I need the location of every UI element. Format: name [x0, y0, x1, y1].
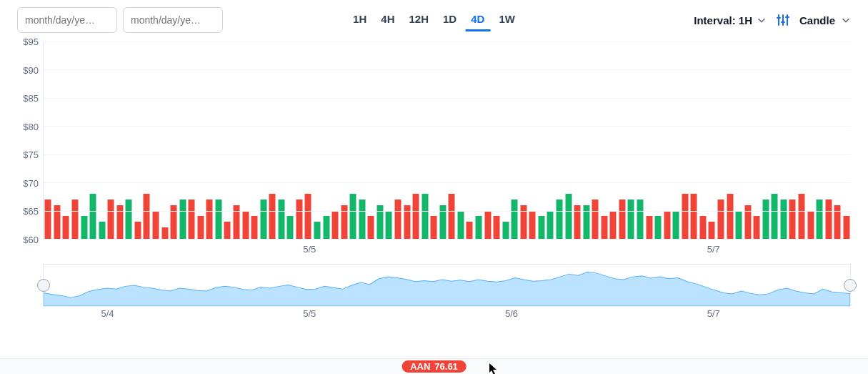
volume-bar: [610, 211, 617, 239]
sliders-icon[interactable]: [777, 14, 789, 26]
chart-plot[interactable]: [43, 41, 851, 240]
volume-bar: [179, 200, 186, 239]
y-tick: $90: [23, 64, 39, 75]
volume-bar: [807, 211, 814, 239]
timeframe-1H[interactable]: 1H: [347, 9, 372, 31]
volume-bar: [449, 194, 455, 239]
volume-bar: [780, 200, 787, 239]
volume-bar: [502, 222, 509, 239]
volume-bar: [81, 216, 87, 239]
timeframe-12H[interactable]: 12H: [403, 9, 434, 31]
interval-label: Interval: 1H: [694, 14, 752, 26]
y-tick: $95: [23, 36, 39, 47]
date-to-input[interactable]: [123, 7, 223, 33]
navigator-handle-right[interactable]: [844, 279, 857, 292]
volume-bar: [727, 194, 733, 239]
navigator-x-tick: 5/7: [707, 308, 720, 319]
volume-bar: [484, 211, 491, 239]
volume-bar: [664, 211, 670, 239]
volume-bar: [350, 194, 356, 239]
y-axis: $95$90$85$80$75$70$65$60: [13, 41, 43, 240]
volume-bar: [592, 200, 599, 239]
y-tick: $70: [23, 177, 39, 188]
interval-select[interactable]: Interval: 1H: [694, 14, 767, 26]
volume-bar: [144, 194, 150, 239]
volume-bar: [134, 222, 141, 239]
volume-bar: [798, 194, 804, 239]
volume-bar: [251, 216, 258, 239]
volume-bar: [772, 194, 778, 239]
volume-bar: [628, 200, 634, 239]
volume-bar: [161, 227, 168, 239]
volume-bar: [538, 216, 544, 239]
volume-bar: [709, 222, 715, 239]
volume-bar: [63, 216, 69, 239]
volume-bar: [673, 211, 679, 239]
timeframe-4D[interactable]: 4D: [465, 9, 490, 31]
volume-bar: [431, 216, 437, 239]
volume-bar: [260, 200, 266, 239]
chevron-down-icon: [841, 15, 851, 25]
volume-bar: [296, 200, 302, 239]
volume-bar: [126, 200, 132, 239]
chevron-down-icon: [757, 15, 767, 25]
ticker-symbol: AAN: [410, 361, 430, 372]
navigator-x-axis: 5/45/55/65/7: [43, 308, 851, 324]
volume-bar: [305, 194, 311, 239]
volume-bar: [601, 216, 607, 239]
volume-bar: [467, 222, 473, 239]
timeframe-group: 1H4H12H1D4D1W: [347, 9, 521, 31]
x-tick: 5/5: [303, 244, 316, 255]
volume-bar: [655, 216, 662, 239]
volume-bar: [637, 200, 643, 239]
volume-bar: [529, 211, 536, 239]
volume-bar: [825, 200, 832, 239]
volume-bar: [197, 216, 204, 239]
volume-bar: [789, 200, 796, 239]
y-tick: $60: [23, 235, 39, 245]
chart-controls: Interval: 1H Candle: [694, 14, 851, 26]
volume-bar: [368, 216, 374, 239]
timeframe-1D[interactable]: 1D: [437, 9, 462, 31]
volume-bar: [323, 216, 329, 239]
volume-bar: [413, 194, 419, 239]
volume-bar: [736, 211, 742, 239]
price-chart[interactable]: $95$90$85$80$75$70$65$60 5/55/7: [13, 41, 851, 260]
volume-bar: [242, 211, 249, 239]
volume-bar: [547, 211, 554, 239]
volume-bar: [565, 194, 572, 239]
footer-bar: AAN 76.61: [0, 358, 868, 374]
volume-bar: [699, 216, 706, 239]
volume-bar: [475, 216, 482, 239]
volume-bar: [71, 200, 78, 239]
x-tick: 5/7: [707, 244, 720, 255]
volume-bar: [90, 194, 96, 239]
navigator-x-tick: 5/5: [303, 308, 316, 319]
volume-bar: [99, 222, 105, 239]
volume-bar: [619, 200, 625, 239]
volume-bar: [817, 200, 823, 239]
timeframe-4H[interactable]: 4H: [375, 9, 400, 31]
timeframe-1W[interactable]: 1W: [493, 9, 521, 31]
ticker-pill[interactable]: AAN 76.61: [401, 360, 467, 373]
volume-bar: [278, 200, 284, 239]
volume-bar: [421, 194, 428, 239]
date-from-input[interactable]: [17, 7, 117, 33]
volume-bar: [512, 200, 518, 239]
volume-bar: [494, 216, 500, 239]
volume-bar: [682, 194, 688, 239]
volume-bar: [691, 194, 697, 239]
chart-type-select[interactable]: Candle: [799, 14, 851, 26]
volume-bar: [189, 200, 195, 239]
x-axis: 5/55/7: [43, 244, 851, 260]
volume-bar: [646, 216, 652, 239]
volume-bar: [762, 200, 769, 239]
navigator-handle-left[interactable]: [37, 279, 50, 292]
volume-bar: [359, 200, 365, 239]
volume-bar: [457, 211, 464, 239]
volume-bar: [45, 200, 51, 239]
volume-bar: [152, 211, 159, 239]
volume-bar: [754, 216, 760, 239]
y-tick: $65: [23, 206, 39, 217]
range-navigator[interactable]: [43, 264, 851, 307]
